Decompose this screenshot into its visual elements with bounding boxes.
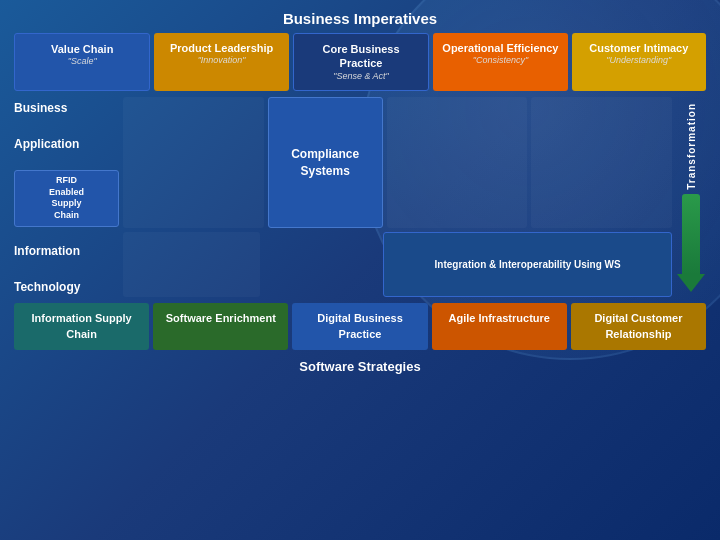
top-cell-customer-intimacy: Customer Intimacy "Understanding" xyxy=(572,33,706,91)
footer-text: Software Strategies xyxy=(299,359,420,374)
operational-label: Operational Efficiency xyxy=(439,41,561,55)
grid-compliance-spacer xyxy=(264,232,379,297)
grid-empty-4 xyxy=(123,232,260,297)
digital-customer-label: Digital Customer Relationship xyxy=(594,312,682,339)
operational-subtitle: "Consistency" xyxy=(439,55,561,67)
core-business-subtitle: "Sense & Act" xyxy=(300,71,422,83)
rfid-box: RFID Enabled Supply Chain xyxy=(14,170,119,227)
product-leadership-subtitle: "Innovation" xyxy=(160,55,282,67)
agile-label: Agile Infrastructure xyxy=(448,312,549,324)
integration-box: Integration & Interoperability Using WS xyxy=(383,232,672,297)
transformation-arrow-shaft xyxy=(682,194,700,274)
bottom-cell-digital-business: Digital Business Practice xyxy=(292,303,427,350)
digital-business-label: Digital Business Practice xyxy=(317,312,403,339)
information-row-label: Information xyxy=(14,242,119,262)
bottom-cell-info-supply: Information Supply Chain xyxy=(14,303,149,350)
top-cell-value-chain: Value Chain "Scale" xyxy=(14,33,150,91)
rfid-line2: Enabled xyxy=(20,187,113,199)
value-chain-subtitle: "Scale" xyxy=(21,56,143,68)
core-business-label: Core Business Practice xyxy=(300,42,422,71)
business-row-label: Business xyxy=(14,99,119,119)
top-cell-core-business: Core Business Practice "Sense & Act" xyxy=(293,33,429,91)
top-cell-operational: Operational Efficiency "Consistency" xyxy=(433,33,567,91)
center-grid: Compliance Systems Integration & Interop… xyxy=(123,97,672,297)
technology-row-label: Technology xyxy=(14,278,119,298)
transformation-arrow-head xyxy=(677,274,705,292)
top-row: Value Chain "Scale" Product Leadership "… xyxy=(14,33,706,91)
bottom-cell-digital-customer: Digital Customer Relationship xyxy=(571,303,706,350)
bottom-cell-software: Software Enrichment xyxy=(153,303,288,350)
left-labels-col: Business Application RFID Enabled Supply… xyxy=(14,97,119,297)
content-area: Business Imperatives Value Chain "Scale"… xyxy=(0,0,720,385)
software-enrichment-label: Software Enrichment xyxy=(166,312,276,324)
value-chain-label: Value Chain xyxy=(21,42,143,56)
transformation-col: Transformation xyxy=(676,97,706,297)
customer-intimacy-label: Customer Intimacy xyxy=(578,41,700,55)
product-leadership-label: Product Leadership xyxy=(160,41,282,55)
top-cell-product-leadership: Product Leadership "Innovation" xyxy=(154,33,288,91)
customer-intimacy-subtitle: "Understanding" xyxy=(578,55,700,67)
info-supply-label: Information Supply Chain xyxy=(31,312,131,339)
bottom-row: Information Supply Chain Software Enrich… xyxy=(14,303,706,350)
grid-empty-2 xyxy=(387,97,528,228)
business-imperatives-header: Business Imperatives xyxy=(14,10,706,27)
header-title: Business Imperatives xyxy=(283,10,437,27)
rfid-line4: Chain xyxy=(20,210,113,222)
rfid-line3: Supply xyxy=(20,198,113,210)
rfid-line1: RFID xyxy=(20,175,113,187)
bottom-cell-agile: Agile Infrastructure xyxy=(432,303,567,350)
transformation-label: Transformation xyxy=(686,103,697,190)
grid-empty-1 xyxy=(123,97,264,228)
middle-section: Business Application RFID Enabled Supply… xyxy=(14,97,706,297)
main-container: Business Imperatives Value Chain "Scale"… xyxy=(0,0,720,540)
compliance-box: Compliance Systems xyxy=(268,97,383,228)
footer: Software Strategies xyxy=(14,356,706,377)
grid-empty-3 xyxy=(531,97,672,228)
application-row-label: Application xyxy=(14,135,119,155)
